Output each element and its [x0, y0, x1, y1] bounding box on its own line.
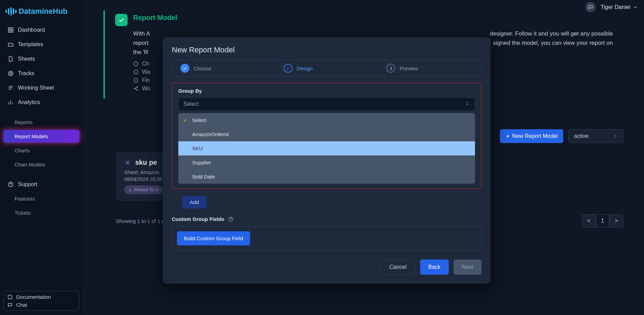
status-filter-select[interactable]: active: [568, 129, 623, 143]
dropdown-option-supplier[interactable]: Supplier: [178, 155, 475, 170]
pager-next[interactable]: >: [610, 214, 623, 227]
sidebar-item-features[interactable]: Features: [3, 192, 79, 205]
sidebar-item-tickets[interactable]: Tickets: [3, 206, 79, 219]
stepper: Choose 2 Design 3 Preview: [172, 60, 482, 77]
pager: < 1 >: [582, 214, 623, 227]
custom-label: Custom Group Fields: [172, 216, 225, 222]
card-text: With A: [133, 29, 150, 38]
sidebar-item-label: Chart Models: [14, 162, 45, 167]
group-by-dropdown: Select AmazonOrderId SKU Supplier Sold D…: [178, 113, 475, 184]
sidebar-item-tracks[interactable]: Tracks: [3, 67, 79, 80]
file-icon: [8, 56, 14, 62]
sidebar-item-reports[interactable]: Reports: [3, 116, 79, 129]
next-button[interactable]: Next: [454, 260, 482, 275]
select-placeholder: Select: [184, 101, 199, 107]
sidebar-item-label: Analytics: [18, 99, 40, 105]
step-badge: [180, 64, 189, 73]
chat-link[interactable]: Chat: [7, 302, 76, 308]
sidebar-item-label: Tracks: [18, 70, 34, 77]
sidebar-item-label: Charts: [14, 148, 30, 153]
sidebar-item-label: Support: [18, 181, 37, 187]
app-logo[interactable]: DatamineHub: [3, 4, 79, 22]
pinned-badge: Pinned To D: [124, 185, 162, 194]
back-button[interactable]: Back: [420, 260, 449, 275]
svg-rect-2: [8, 31, 10, 32]
chat-label: Chat: [16, 302, 27, 308]
card-title: Report Model: [133, 14, 177, 22]
badge-label: Pinned To D: [134, 187, 159, 192]
sidebar-item-chart-models[interactable]: Chart Models: [3, 158, 79, 171]
sidebar-item-support[interactable]: Support: [3, 178, 79, 191]
group-by-select[interactable]: Select: [178, 97, 475, 111]
step-preview[interactable]: 3 Preview: [378, 60, 481, 76]
build-custom-group-button[interactable]: Build Custom Group Field: [177, 231, 250, 245]
step-design[interactable]: 2 Design: [275, 60, 378, 76]
toolbar: New Report Model active: [500, 129, 624, 143]
folder-icon: [8, 41, 14, 48]
sidebar-item-label: Tickets: [14, 210, 31, 216]
step-label: Preview: [399, 65, 418, 71]
sidebar-item-dashboard[interactable]: Dashboard: [3, 23, 79, 37]
sidebar: DatamineHub Dashboard Templates Sheets T…: [0, 0, 83, 315]
card-text: signed the model, you can view your repo…: [493, 38, 613, 48]
plus-icon: [505, 134, 510, 139]
check-badge: [115, 14, 128, 26]
svg-rect-3: [11, 31, 13, 32]
custom-group-section: Custom Group Fields Build Custom Group F…: [172, 216, 482, 251]
help-icon: [8, 181, 14, 187]
pin-icon: [128, 188, 132, 192]
cancel-button[interactable]: Cancel: [381, 260, 415, 275]
logo-bars-icon: [6, 7, 17, 16]
sidebar-item-label: Dashboard: [18, 27, 45, 33]
group-by-label: Group By: [172, 88, 481, 97]
svg-point-11: [137, 87, 138, 88]
app-name: DatamineHub: [19, 7, 68, 16]
dropdown-option-sold-date[interactable]: Sold Date: [178, 170, 475, 184]
sidebar-item-working-sheet[interactable]: Working Sheet: [3, 81, 79, 94]
svg-rect-0: [8, 28, 10, 29]
add-button[interactable]: Add: [182, 196, 207, 209]
sidebar-item-analytics[interactable]: Analytics: [3, 96, 79, 109]
doc-label: Documentation: [16, 294, 51, 300]
custom-box: Build Custom Group Field: [172, 226, 482, 251]
card-text: designer. Follow it and you will get any…: [490, 29, 613, 38]
documentation-link[interactable]: Documentation: [7, 294, 76, 300]
modal-title: New Report Model: [172, 45, 482, 54]
sidebar-item-sheets[interactable]: Sheets: [3, 52, 79, 65]
sidebar-item-label: Sheets: [18, 56, 35, 62]
modal-footer: Cancel Back Next: [172, 260, 482, 275]
new-report-model-button[interactable]: New Report Model: [500, 129, 564, 143]
results-text: Showing 1 to 1 of 1 re: [116, 218, 166, 224]
pager-page[interactable]: 1: [596, 214, 610, 227]
grid-icon: [8, 27, 14, 33]
sidebar-item-label: Report Models: [14, 133, 48, 139]
chat-icon: [7, 302, 13, 308]
design-icon: [124, 159, 131, 166]
svg-point-10: [134, 88, 135, 89]
sidebar-item-label: Working Sheet: [18, 85, 54, 91]
book-icon: [7, 294, 13, 300]
target-icon: [8, 70, 14, 77]
pager-prev[interactable]: <: [582, 214, 596, 227]
info-icon: [133, 69, 139, 75]
model-title: sku pe: [135, 159, 157, 166]
list-icon: [8, 85, 14, 91]
svg-point-7: [134, 62, 138, 66]
share-icon: [133, 86, 139, 91]
step-label: Design: [297, 65, 313, 71]
dropdown-option-select[interactable]: Select: [178, 113, 475, 127]
sidebar-item-label: Reports: [14, 119, 33, 125]
help-icon[interactable]: [228, 216, 234, 222]
sidebar-item-templates[interactable]: Templates: [3, 38, 79, 51]
doc-box: Documentation Chat: [3, 291, 79, 311]
svg-rect-1: [11, 28, 13, 29]
select-value: active: [574, 133, 588, 139]
sidebar-item-charts[interactable]: Charts: [3, 144, 79, 157]
info-icon: [133, 78, 139, 83]
sidebar-item-report-models[interactable]: Report Models: [3, 130, 79, 143]
card-text: report: [133, 38, 148, 48]
dropdown-option-sku[interactable]: SKU: [178, 141, 475, 155]
dropdown-option-amazonorderid[interactable]: AmazonOrderId: [178, 127, 475, 141]
step-choose[interactable]: Choose: [172, 60, 275, 76]
sidebar-item-label: Features: [14, 196, 35, 202]
